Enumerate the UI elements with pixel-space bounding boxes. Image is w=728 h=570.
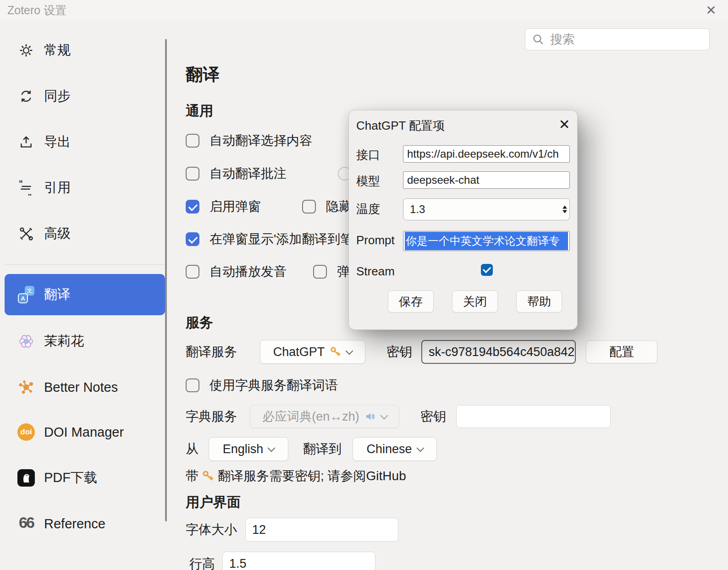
config-button-label: 配置	[609, 344, 634, 360]
checkbox-row-use-dict: 使用字典服务翻译词语	[186, 377, 338, 394]
quote-icon: 66	[17, 515, 35, 532]
dict-secret-input[interactable]	[456, 405, 611, 428]
chatgpt-config-dialog: ChatGPT 配置项 ✕ 接口 https://api.deepseek.co…	[348, 110, 578, 330]
sidebar-item-general[interactable]: 常规	[5, 36, 165, 65]
enable-popup-checkbox[interactable]	[186, 200, 199, 214]
checkbox-label: 使用字典服务翻译词语	[210, 377, 338, 394]
sidebar-item-label: PDF下载	[44, 469, 97, 487]
sidebar-item-export[interactable]: 导出	[5, 127, 165, 157]
chevron-down-icon	[346, 347, 353, 355]
to-language-select[interactable]: Chinese	[353, 437, 437, 461]
temperature-input[interactable]: 1.3	[403, 198, 570, 220]
sync-icon	[17, 88, 35, 105]
sidebar-item-advanced[interactable]: 高级	[5, 219, 165, 248]
secret-key-input[interactable]: sk-c978194b564c450a8426	[421, 340, 576, 364]
number-spinner[interactable]	[563, 206, 567, 214]
sidebar-item-cite[interactable]: “ „ 引用	[5, 173, 165, 203]
sidebar-item-label: 茉莉花	[44, 332, 84, 351]
model-input[interactable]: deepseek-chat	[403, 171, 570, 189]
font-size-input[interactable]: 12	[245, 518, 398, 542]
auto-play-pronunciation-checkbox[interactable]	[186, 265, 199, 279]
sidebar-item-translate[interactable]: 文 A 翻译	[5, 274, 165, 315]
checkbox-label: 在弹窗显示'添加翻译到笔记	[210, 230, 366, 248]
sidebar-item-label: 引用	[44, 179, 71, 197]
popup-mid-checkbox[interactable]	[313, 265, 327, 279]
window-close-icon[interactable]: ✕	[702, 1, 720, 19]
use-dict-service-checkbox[interactable]	[186, 378, 199, 392]
api-input[interactable]: https://api.deepseek.com/v1/ch	[403, 145, 570, 163]
checkbox-label: 自动翻译批注	[210, 165, 287, 182]
sidebar-item-better-notes[interactable]: Better Notes	[5, 373, 165, 402]
language-row: 从 English 翻译到 Chinese	[186, 437, 437, 461]
search-placeholder: 搜索	[550, 31, 575, 48]
svg-text:„: „	[28, 188, 32, 196]
translate-service-select[interactable]: ChatGPT	[260, 340, 365, 364]
prompt-selected-text: 你是一个中英文学术论文翻译专	[405, 232, 568, 250]
checkbox-row-auto-play: 自动播放发音 弹窗中	[186, 263, 375, 280]
close-button[interactable]: 关闭	[452, 290, 498, 312]
close-button-label: 关闭	[463, 294, 487, 310]
dict-service-label: 字典服务	[186, 408, 237, 425]
save-button-label: 保存	[399, 294, 423, 310]
tools-icon	[17, 225, 35, 242]
checkbox-label: 自动播放发音	[210, 263, 287, 280]
line-height-label: 行高	[189, 555, 215, 570]
prompt-input[interactable]: 你是一个中英文学术论文翻译专	[403, 231, 570, 251]
sidebar-item-pdf-download[interactable]: PDF下载	[5, 463, 165, 493]
hide-popup-checkbox[interactable]	[302, 200, 316, 214]
stream-label: Stream	[356, 264, 395, 279]
gear-icon	[17, 42, 35, 59]
line-height-input[interactable]: 1.5	[222, 552, 375, 570]
spinner-up-icon[interactable]	[563, 206, 567, 209]
auto-translate-selection-checkbox[interactable]	[186, 134, 199, 148]
from-language-value: English	[223, 442, 264, 456]
popup-add-note-checkbox[interactable]	[186, 232, 199, 246]
help-button[interactable]: 帮助	[516, 290, 562, 312]
help-button-label: 帮助	[527, 294, 551, 310]
save-button[interactable]: 保存	[388, 290, 434, 312]
stream-checkbox[interactable]	[481, 264, 493, 276]
chevron-down-icon	[268, 444, 276, 452]
spinner-down-icon[interactable]	[563, 210, 567, 214]
dict-service-row: 字典服务 必应词典(en↔zh) 密钥	[186, 405, 611, 428]
doi-icon: doi	[17, 423, 35, 441]
checkbox-label: 启用弹窗	[210, 198, 261, 215]
from-label: 从	[186, 440, 199, 458]
dialog-title: ChatGPT 配置项	[356, 118, 445, 134]
section-ui-heading: 用户界面	[186, 493, 241, 512]
checkbox-label: 自动翻译选择内容	[210, 132, 312, 149]
translate-service-row: 翻译服务 ChatGPT 密钥 sk-c978194b564c450a8426 …	[186, 340, 657, 364]
prompt-label: Prompt	[356, 233, 395, 247]
sidebar-item-jasmine[interactable]: 茉莉花	[5, 327, 165, 356]
dict-service-value: 必应词典(en↔zh)	[262, 408, 359, 425]
font-size-value: 12	[252, 523, 266, 537]
dialog-close-icon[interactable]: ✕	[556, 116, 573, 132]
from-language-select[interactable]: English	[209, 437, 288, 461]
zotero-settings-window: { "window": { "title": "Zotero 设置", "clo…	[0, 0, 728, 570]
note-prefix: 带	[186, 467, 199, 485]
sidebar-item-sync[interactable]: 同步	[5, 82, 165, 111]
sidebar-item-label: 同步	[44, 87, 71, 105]
api-label: 接口	[356, 147, 380, 163]
sidebar-item-label: Reference	[44, 516, 105, 532]
cite-icon: “ „	[17, 179, 35, 197]
secret-key-value: sk-c978194b564c450a8426	[429, 345, 576, 359]
sidebar-item-reference[interactable]: 66 Reference	[5, 509, 165, 538]
export-icon	[17, 133, 35, 151]
search-input[interactable]: 搜索	[525, 28, 710, 50]
sidebar-item-doi-manager[interactable]: doi DOI Manager	[5, 417, 165, 447]
checkbox-row-auto-translate-selection: 自动翻译选择内容	[186, 132, 312, 149]
model-label: 模型	[356, 173, 380, 189]
sidebar-item-label: DOI Manager	[44, 425, 124, 440]
dict-service-select[interactable]: 必应词典(en↔zh)	[250, 405, 399, 428]
sidebar-scrollbar[interactable]	[165, 39, 167, 521]
config-button[interactable]: 配置	[586, 340, 657, 363]
window-title: Zotero 设置	[7, 3, 66, 18]
search-icon	[532, 33, 545, 46]
sidebar-item-label: Better Notes	[44, 380, 118, 395]
api-value: https://api.deepseek.com/v1/ch	[407, 148, 559, 160]
sidebar-item-label: 高级	[44, 225, 71, 243]
line-height-value: 1.5	[229, 557, 247, 570]
sidebar-divider	[4, 264, 167, 265]
auto-translate-annotation-checkbox[interactable]	[186, 167, 199, 181]
